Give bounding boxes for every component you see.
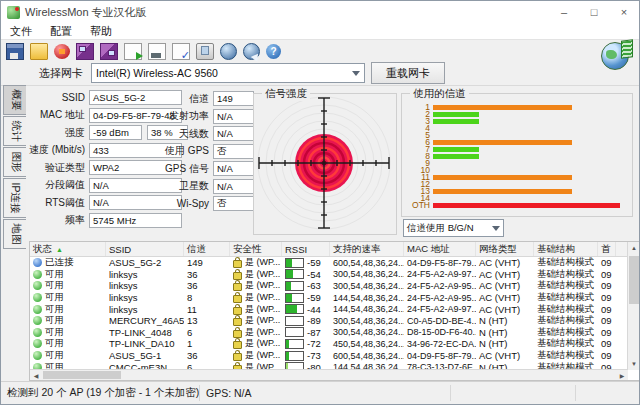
tab-label: IP连接 <box>8 183 22 214</box>
channel-usage-chart: 1234567891011121314OTH <box>408 104 626 209</box>
tab-地图[interactable]: 地图 <box>3 219 26 249</box>
col-network-type[interactable]: 网络类型 <box>476 242 534 256</box>
toolbar <box>3 41 284 61</box>
channel-band-select[interactable]: 信道使用 B/G/N <box>403 219 504 237</box>
ap-network-type: AC (VHT) <box>476 280 534 291</box>
col-infrastructure[interactable]: 基础结构 <box>534 242 598 256</box>
record-icon[interactable] <box>54 44 70 59</box>
web-icon[interactable] <box>220 43 237 60</box>
adapter-select[interactable]: Intel(R) Wireless-AC 9560 <box>91 63 365 83</box>
horizontal-scrollbar[interactable]: ◀ ▶ <box>30 369 628 380</box>
channel-bar <box>433 203 620 208</box>
col-status[interactable]: 状态▲ <box>30 242 106 256</box>
ap-channel: 1 <box>184 338 230 349</box>
field-label: 使用 GPS <box>151 144 209 158</box>
ap-channel: 11 <box>184 304 230 315</box>
rssi-bar <box>285 258 304 268</box>
ap-first-seen: 09 <box>598 350 616 361</box>
lock-icon <box>233 318 242 326</box>
graph-icon[interactable] <box>76 43 94 60</box>
status-icon <box>33 305 42 314</box>
channel-bar <box>433 112 479 117</box>
table-row[interactable]: 可用 linksys 8 是 (WP... -59 144,54,48,36,2… <box>30 292 640 304</box>
col-security[interactable]: 安全性 <box>230 242 282 256</box>
ap-table-header: 状态▲ SSID 信道 安全性 RSSI 支持的速率 MAC 地址 网络类型 基… <box>30 242 640 257</box>
table-row[interactable]: 可用 TP-LINK_DA10 1 是 (WP... -72 450,54,48… <box>30 338 640 350</box>
report-icon[interactable] <box>172 43 190 60</box>
maximize-button[interactable]: □ <box>579 1 609 23</box>
table-row[interactable]: 已连接 ASUS_5G-2 149 是 (WP... -59 600,54,48… <box>30 257 640 269</box>
tab-概要[interactable]: 概要 <box>3 85 26 115</box>
save-icon[interactable] <box>6 43 24 60</box>
table-row[interactable]: 可用 TP-LINK_4048 6 是 (WP... -87 300,54,48… <box>30 327 640 339</box>
status-icon <box>33 339 42 348</box>
menu-item[interactable]: 帮助 <box>81 24 121 39</box>
menu-item[interactable]: 配置 <box>41 24 81 39</box>
status-icon <box>33 258 42 267</box>
channel-bar <box>433 105 572 110</box>
rssi-bar <box>285 339 304 349</box>
webhelp-icon[interactable] <box>243 43 260 60</box>
wirelessmon-window: WirelessMon 专业汉化版 – □ × 文件配置帮助 选择网卡 Inte… <box>0 0 640 405</box>
field-value: 否 <box>213 144 254 159</box>
table-row[interactable]: 可用 linksys 36 是 (WP... -54 300,54,48,36,… <box>30 269 640 281</box>
summary-mid-fields: 信道149发射功率N/A天线数N/A使用 GPS否GPS 信号N/A卫星数N/A… <box>151 90 254 213</box>
rssi-bar <box>285 304 304 314</box>
ap-mac: D8-15-0D-F6-40... <box>404 327 476 337</box>
scroll-up-icon[interactable]: ▲ <box>628 242 640 254</box>
table-row[interactable]: 可用 linksys 11 是 (WP... -44 144,54,48,36,… <box>30 303 640 315</box>
channel-bar-row: 5 <box>408 132 626 139</box>
col-channel[interactable]: 信道 <box>184 242 230 256</box>
channel-bar-row: 2 <box>408 111 626 118</box>
channel-bar <box>433 147 479 152</box>
graph2-icon[interactable] <box>100 43 118 60</box>
field-label: 天线数 <box>151 127 209 141</box>
col-rssi[interactable]: RSSI <box>282 242 330 256</box>
minimize-button[interactable]: – <box>549 1 579 23</box>
ap-network-type: AC (VHT) <box>476 350 534 361</box>
menu-item[interactable]: 文件 <box>1 24 41 39</box>
field-label: MAC 地址 <box>27 108 85 122</box>
title-bar[interactable]: WirelessMon 专业汉化版 – □ × <box>1 1 639 23</box>
vertical-scrollbar[interactable]: ▲ ▼ <box>627 242 640 370</box>
scroll-left-icon[interactable]: ◀ <box>30 370 42 380</box>
scroll-down-icon[interactable]: ▼ <box>628 358 640 370</box>
tab-图形[interactable]: 图形 <box>3 147 26 177</box>
scroll-right-icon[interactable]: ▶ <box>616 370 628 380</box>
open-icon[interactable] <box>30 43 48 60</box>
signal-radar-chart <box>254 94 394 232</box>
rssi-bar <box>285 269 304 279</box>
channel-bar-row: 11 <box>408 174 626 181</box>
status-icon <box>33 281 42 290</box>
ap-first-seen: 09 <box>598 280 616 291</box>
ap-network-type: AC (VHT) <box>476 304 534 315</box>
field-value: N/A <box>213 109 254 124</box>
ap-rates: 300,54,48,36,24... <box>330 269 404 279</box>
print-icon[interactable] <box>148 43 166 60</box>
hscroll-thumb[interactable] <box>43 371 121 379</box>
tab-IP连接[interactable]: IP连接 <box>3 178 26 218</box>
col-rates[interactable]: 支持的速率 <box>330 242 404 256</box>
table-row[interactable]: 可用 linksys 36 是 (WP... -63 300,54,48,36,… <box>30 280 640 292</box>
channel-bar-row: 1 <box>408 104 626 111</box>
close-button[interactable]: × <box>609 1 639 23</box>
col-mac[interactable]: MAC 地址 <box>404 242 476 256</box>
col-ssid[interactable]: SSID <box>106 242 184 256</box>
adapter-row: 选择网卡 Intel(R) Wireless-AC 9560 重载网卡 <box>1 61 639 86</box>
col-first-seen[interactable]: 首 <box>598 242 616 256</box>
export-icon[interactable] <box>124 43 142 60</box>
ap-network-type: N (HT) <box>476 327 534 338</box>
channel-bar-row: 9 <box>408 160 626 167</box>
ap-channel: 6 <box>184 327 230 338</box>
ap-channel: 36 <box>184 280 230 291</box>
device-icon[interactable] <box>196 43 214 60</box>
reload-adapter-button[interactable]: 重载网卡 <box>371 62 445 84</box>
vscroll-thumb[interactable] <box>629 256 639 304</box>
rssi-bar <box>285 293 304 303</box>
tab-统计[interactable]: 统计 <box>3 116 26 146</box>
table-row[interactable]: 可用 ASUS_5G-1 36 是 (WP... -73 600,54,48,3… <box>30 350 640 362</box>
help-icon[interactable] <box>266 44 281 59</box>
field-value: 5745 MHz <box>89 213 182 228</box>
ap-ssid: TP-LINK_4048 <box>106 327 184 338</box>
table-row[interactable]: 可用 MERCURY_46A5 13 是 (WP... -89 300,54,4… <box>30 315 640 327</box>
